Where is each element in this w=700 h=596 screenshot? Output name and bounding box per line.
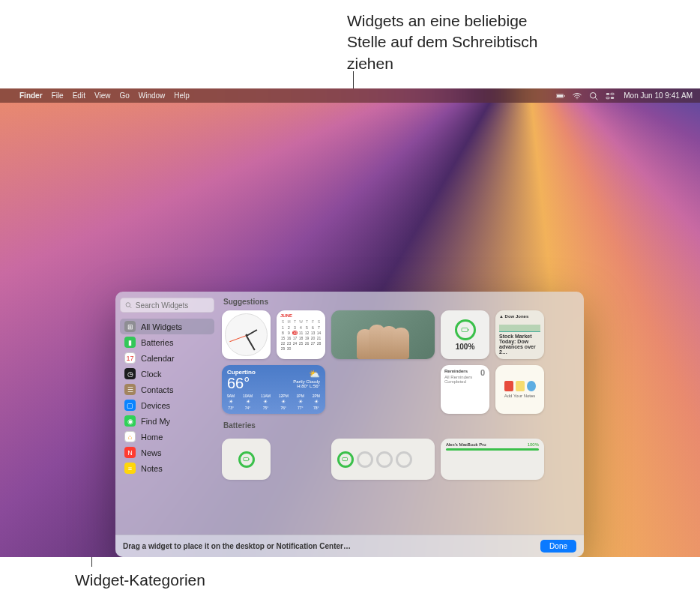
sidebar-item-label: Calendar — [141, 354, 175, 363]
stocks-widget[interactable]: ▲ Dow Jones Stock Market Today: Dow adva… — [495, 310, 544, 359]
battery-ring-empty-icon — [376, 451, 393, 468]
widget-gallery-content: Suggestions JUNE SMTWTFS 123456789101112… — [219, 292, 584, 535]
battery-ring-empty-icon — [357, 451, 373, 468]
svg-point-3 — [591, 92, 597, 98]
sidebar-item-news[interactable]: NNews — [120, 445, 214, 460]
home-icon: ⌂ — [124, 431, 136, 442]
svg-rect-6 — [611, 93, 615, 94]
sidebar-item-label: Notes — [141, 464, 163, 473]
sidebar-item-contacts[interactable]: ☰Contacts — [120, 382, 214, 397]
photos-widget[interactable] — [331, 310, 435, 359]
menubar-item[interactable]: Window — [139, 91, 166, 100]
svg-rect-13 — [243, 457, 248, 460]
search-icon — [125, 301, 132, 309]
batteries-icon: ▮ — [124, 337, 136, 348]
calendar-icon: 17 — [124, 352, 136, 364]
menubar-status-icons[interactable] — [556, 91, 615, 100]
menubar-item[interactable]: Help — [174, 91, 190, 100]
battery-widget-medium[interactable] — [331, 439, 435, 480]
search-widgets-field[interactable] — [120, 298, 214, 313]
stocks-headline: Stock Market Today: Dow advances over 2… — [499, 334, 540, 355]
notes-widget[interactable]: Add Your Notes — [495, 365, 544, 414]
battery-percent-label: 100% — [456, 343, 475, 351]
callout-widget-categories: Widget-Kategorien — [75, 570, 205, 591]
battery-widget[interactable]: 100% — [441, 310, 489, 359]
sidebar-item-label: Batteries — [141, 338, 173, 347]
reminders-title: Reminders — [444, 369, 486, 373]
sidebar-item-clock[interactable]: ◷Clock — [120, 366, 214, 382]
spotlight-icon — [589, 91, 598, 100]
control-center-icon — [606, 91, 615, 100]
notes-icon: ≡ — [124, 463, 136, 474]
calendar-widget[interactable]: JUNE SMTWTFS 123456789101112131415161718… — [277, 310, 325, 359]
svg-line-10 — [130, 307, 131, 308]
macos-desktop: Finder File Edit View Go Window Help Mon… — [0, 88, 700, 557]
all-widgets-icon: ⊞ — [124, 321, 136, 332]
callout-drag-widgets: Widgets an eine beliebige Stelle auf dem… — [347, 10, 549, 74]
search-input[interactable] — [136, 301, 209, 310]
menubar-app-name[interactable]: Finder — [19, 91, 43, 100]
clock-icon: ◷ — [124, 368, 136, 379]
stocks-symbol: ▲ Dow Jones — [499, 314, 540, 319]
menubar-item[interactable]: File — [52, 91, 64, 100]
battery-ring-icon — [238, 451, 255, 468]
section-suggestions-title: Suggestions — [223, 298, 576, 306]
battery-device-percent: 100% — [528, 442, 539, 447]
svg-rect-2 — [564, 95, 565, 97]
battery-widget-list[interactable]: Alex's MacBook Pro 100% — [441, 439, 544, 480]
weather-hour: 10AM☀74° — [243, 394, 253, 410]
weather-hour: 1PM☀77° — [297, 394, 304, 410]
sidebar-item-notes[interactable]: ≡Notes — [120, 460, 214, 476]
svg-rect-8 — [611, 97, 615, 98]
weather-hour: 11AM☀75° — [261, 394, 271, 410]
menubar-item[interactable]: View — [94, 91, 111, 100]
notes-caption: Add Your Notes — [504, 394, 536, 398]
menubar-item[interactable]: Go — [119, 91, 129, 100]
svg-rect-12 — [468, 329, 468, 331]
widget-gallery-footer: Drag a widget to place it on the desktop… — [115, 535, 584, 557]
svg-rect-5 — [606, 93, 610, 94]
svg-point-9 — [126, 303, 130, 307]
battery-ring-icon — [455, 319, 476, 340]
reminders-widget[interactable]: Reminders 0 All Reminders Completed — [441, 365, 489, 414]
clock-widget[interactable] — [222, 310, 271, 359]
sidebar-item-batteries[interactable]: ▮Batteries — [120, 334, 214, 350]
battery-ring-icon — [337, 451, 354, 468]
section-batteries-title: Batteries — [223, 421, 576, 430]
done-button[interactable]: Done — [540, 540, 576, 553]
contacts-icon: ☰ — [124, 384, 136, 395]
news-icon: N — [124, 447, 136, 458]
sidebar-item-label: Contacts — [141, 385, 173, 394]
svg-rect-1 — [557, 94, 563, 97]
weather-hour: 2PM☀78° — [313, 394, 320, 410]
notes-icons — [504, 381, 536, 391]
partly-cloudy-icon: ⛅ — [293, 369, 320, 379]
stocks-chart-icon — [499, 320, 540, 332]
battery-widget-small[interactable] — [222, 439, 271, 480]
widget-gallery-window: ⊞All Widgets▮Batteries17Calendar◷Clock☰C… — [115, 292, 584, 557]
weather-widget[interactable]: Cupertino 66° ⛅ Partly Cloudy H:80° L:56… — [222, 365, 325, 414]
menubar-datetime[interactable]: Mon Jun 10 9:41 AM — [624, 91, 693, 100]
calendar-month-label: JUNE — [280, 313, 322, 318]
sidebar-item-all-widgets[interactable]: ⊞All Widgets — [120, 319, 214, 334]
sidebar-item-devices[interactable]: ▢Devices — [120, 397, 214, 413]
clock-face-icon — [225, 313, 268, 356]
sidebar-item-label: News — [141, 448, 162, 457]
menu-bar: Finder File Edit View Go Window Help Mon… — [0, 88, 700, 103]
menubar-item[interactable]: Edit — [73, 91, 85, 100]
sidebar-item-find-my[interactable]: ◉Find My — [120, 413, 214, 429]
weather-hour: 12PM☀76° — [279, 394, 289, 410]
battery-ring-empty-icon — [396, 451, 412, 468]
sidebar-item-calendar[interactable]: 17Calendar — [120, 350, 214, 366]
sidebar-item-home[interactable]: ⌂Home — [120, 429, 214, 445]
weather-hilo: H:80° L:56° — [293, 384, 320, 388]
svg-rect-11 — [462, 328, 468, 331]
footer-hint-text: Drag a widget to place it on the desktop… — [123, 542, 351, 550]
reminders-count: 0 — [480, 368, 485, 377]
reminders-status: All Reminders Completed — [444, 375, 486, 384]
sidebar-item-label: All Widgets — [141, 322, 182, 331]
sidebar-item-label: Devices — [141, 401, 170, 410]
svg-rect-14 — [248, 459, 249, 460]
battery-device-name: Alex's MacBook Pro — [446, 442, 486, 447]
svg-rect-7 — [606, 97, 610, 98]
